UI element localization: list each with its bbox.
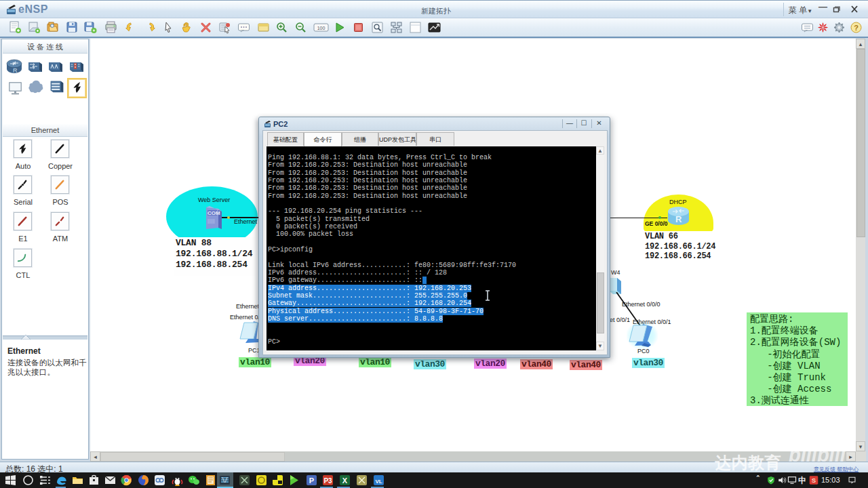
svg-text:X: X <box>342 476 348 485</box>
svg-text:?: ? <box>854 24 859 32</box>
svg-text:S: S <box>812 476 816 484</box>
svg-text:R: R <box>675 214 682 224</box>
svg-text:VL: VL <box>375 479 382 485</box>
svg-text:100: 100 <box>317 26 326 30</box>
svg-text:P3: P3 <box>323 477 332 485</box>
svg-text:R: R <box>13 67 18 74</box>
svg-text:P: P <box>309 476 314 485</box>
svg-text:COM: COM <box>208 210 220 216</box>
svg-text:||||||: |||||| <box>208 218 215 224</box>
